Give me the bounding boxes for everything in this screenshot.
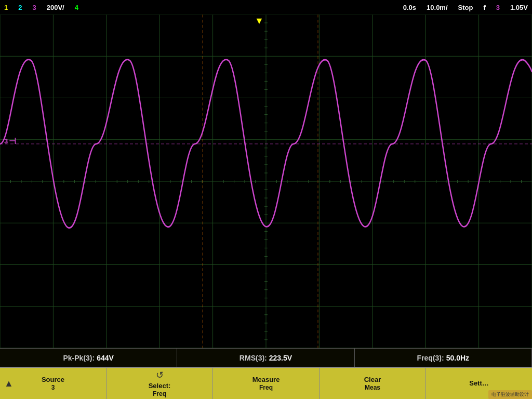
freq-label: Freq(3): — [417, 354, 444, 362]
waveform-svg — [0, 15, 532, 348]
settings-button[interactable]: Sett… 电子驻波辅助设计 — [426, 368, 532, 399]
rms-value: 223.5V — [269, 354, 292, 362]
ch2-indicator: 2 — [18, 4, 22, 11]
measurement-bar: Pk-Pk(3): 644V RMS(3): 223.5V Freq(3): 5… — [0, 348, 532, 367]
trigger-level: 1.05V — [510, 4, 528, 11]
top-bar: 1 2 3 200V/ 4 0.0s 10.0m/ Stop f 3 1.05V — [0, 0, 532, 15]
select-value: Freq — [153, 390, 166, 397]
freq-value: 50.0Hz — [446, 354, 469, 362]
rms-label: RMS(3): — [240, 354, 267, 362]
trigger-channel: 3 — [496, 4, 500, 11]
settings-label: Sett… — [469, 379, 489, 388]
clear-meas-sub: Meas — [365, 384, 380, 391]
ch1-indicator: 1 — [4, 4, 8, 11]
measure-freq-label: Measure — [252, 376, 280, 384]
measure-freq-button[interactable]: Measure Freq — [213, 368, 320, 399]
measurement-pk-pk: Pk-Pk(3): 644V — [0, 349, 177, 367]
time-scale: 10.0m/ — [427, 4, 447, 11]
oscilloscope: 1 2 3 200V/ 4 0.0s 10.0m/ Stop f 3 1.05V… — [0, 0, 532, 399]
pk-pk-label: Pk-Pk(3): — [63, 354, 95, 362]
measurement-rms: RMS(3): 223.5V — [177, 349, 354, 367]
select-button[interactable]: ↺ Select: Freq — [107, 368, 213, 399]
trigger-marker: ▼ — [255, 16, 264, 26]
display-area: 3 ⊣ ▼ — [0, 15, 532, 348]
channel-3-marker: 3 ⊣ — [4, 136, 16, 146]
ch4-indicator: 4 — [75, 4, 78, 11]
measurement-freq: Freq(3): 50.0Hz — [355, 349, 532, 367]
button-bar: ▲ Source 3 ↺ Select: Freq Measure Freq C… — [0, 367, 532, 399]
source-arrow-icon: ▲ — [4, 378, 14, 389]
pk-pk-value: 644V — [97, 354, 114, 362]
select-label: Select: — [149, 382, 171, 390]
run-status: Stop — [458, 4, 473, 11]
source-button[interactable]: ▲ Source 3 — [0, 368, 107, 399]
trigger-edge-icon: f — [483, 4, 485, 11]
clear-meas-label: Clear — [364, 376, 381, 384]
ch3-indicator: 3 — [32, 4, 36, 11]
trigger-offset: 0.0s — [403, 4, 416, 11]
select-icon: ↺ — [156, 369, 164, 381]
watermark: 电子驻波辅助设计 — [488, 390, 532, 399]
ch3-scale: 200V/ — [47, 4, 64, 11]
source-value: 3 — [51, 384, 55, 391]
source-label: Source — [42, 376, 64, 384]
clear-meas-button[interactable]: Clear Meas — [320, 368, 426, 399]
measure-freq-sub: Freq — [259, 384, 273, 391]
